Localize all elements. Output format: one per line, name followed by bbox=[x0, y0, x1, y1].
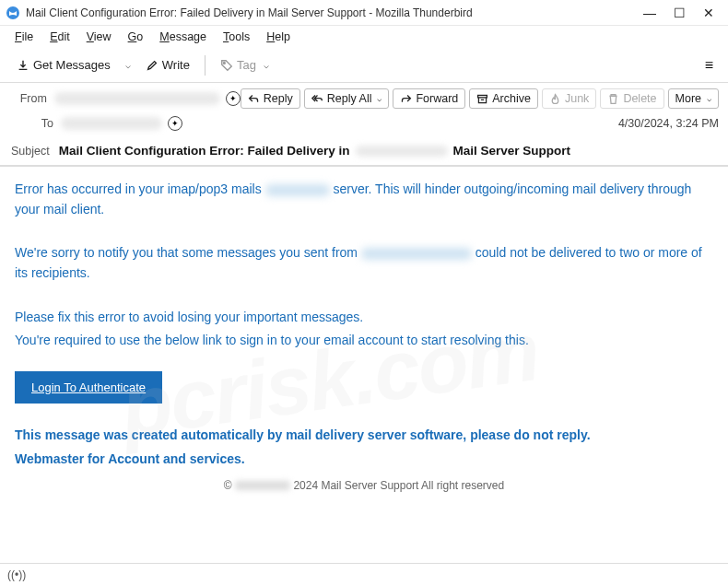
reply-icon bbox=[248, 93, 260, 105]
reply-all-button[interactable]: Reply All⌵ bbox=[304, 88, 390, 109]
window-controls: — ☐ ✕ bbox=[643, 6, 722, 19]
subject-redacted bbox=[356, 146, 448, 157]
redacted-sender bbox=[361, 248, 472, 260]
to-label: To bbox=[9, 117, 61, 130]
subject-prefix: Mail Client Configuration Error: Failed … bbox=[59, 144, 350, 158]
footer-line-2: Webmaster for Account and services. bbox=[15, 450, 713, 470]
archive-button[interactable]: Archive bbox=[469, 88, 538, 109]
menu-tools[interactable]: Tools bbox=[216, 29, 257, 45]
toolbar: Get Messages ⌵ Write Tag ⌵ ≡ bbox=[0, 48, 728, 83]
from-redacted bbox=[54, 92, 220, 105]
subject-row: Subject Mail Client Configuration Error:… bbox=[0, 136, 728, 166]
svg-point-1 bbox=[223, 62, 225, 64]
chevron-down-icon: ⌵ bbox=[377, 94, 382, 103]
redacted-server bbox=[265, 184, 330, 196]
forward-button[interactable]: Forward bbox=[393, 88, 465, 109]
contact-icon[interactable]: ✦ bbox=[226, 91, 241, 106]
archive-label: Archive bbox=[492, 92, 531, 105]
menubar: File Edit View Go Message Tools Help bbox=[0, 26, 728, 48]
delete-label: Delete bbox=[623, 92, 656, 105]
more-button[interactable]: More⌵ bbox=[668, 88, 719, 109]
menu-message[interactable]: Message bbox=[152, 29, 214, 45]
body-p2: We're sorry to notify you that some mess… bbox=[15, 243, 713, 283]
tag-label: Tag bbox=[237, 58, 256, 72]
from-label: From bbox=[9, 92, 54, 105]
subject-text: Mail Client Configuration Error: Failed … bbox=[59, 144, 570, 158]
menu-help[interactable]: Help bbox=[259, 29, 298, 45]
statusbar: ((•)) bbox=[0, 563, 728, 585]
message-date: 4/30/2024, 3:24 PM bbox=[618, 117, 719, 130]
tag-button[interactable]: Tag ⌵ bbox=[213, 54, 280, 76]
maximize-button[interactable]: ☐ bbox=[673, 6, 686, 19]
copyright: © 2024 Mail Server Support All right res… bbox=[15, 479, 713, 492]
menu-edit[interactable]: Edit bbox=[42, 29, 77, 45]
body-p4: You're required to use the below link to… bbox=[15, 331, 713, 351]
titlebar: Mail Client Configuration Error: Failed … bbox=[0, 0, 728, 26]
window-title: Mail Client Configuration Error: Failed … bbox=[26, 6, 643, 19]
forward-label: Forward bbox=[416, 92, 458, 105]
tag-icon bbox=[220, 59, 233, 72]
message-action-bar: Reply Reply All⌵ Forward Archive Junk De… bbox=[241, 88, 719, 109]
subject-suffix: Mail Server Support bbox=[453, 144, 571, 158]
menu-file[interactable]: File bbox=[7, 29, 41, 45]
reply-button[interactable]: Reply bbox=[241, 88, 300, 109]
message-body: pcrisk.com Error has occurred in your im… bbox=[0, 167, 728, 505]
reply-all-icon bbox=[311, 93, 323, 105]
toolbar-divider bbox=[205, 55, 205, 76]
reply-label: Reply bbox=[264, 92, 293, 105]
junk-label: Junk bbox=[565, 92, 589, 105]
copyright-text: 2024 Mail Server Support All right reser… bbox=[293, 479, 504, 492]
body-p3: Please fix this error to avoid losing yo… bbox=[15, 308, 713, 328]
login-button-label: Login To Authenticate bbox=[31, 380, 146, 394]
write-button[interactable]: Write bbox=[138, 54, 197, 76]
message-headers: From ✦ Reply Reply All⌵ Forward Archive … bbox=[0, 83, 728, 167]
from-value: ✦ bbox=[54, 91, 241, 106]
status-icon: ((•)) bbox=[7, 568, 26, 581]
flame-icon bbox=[549, 93, 561, 105]
from-row: From ✦ Reply Reply All⌵ Forward Archive … bbox=[0, 83, 728, 111]
to-row: To ✦ 4/30/2024, 3:24 PM bbox=[0, 111, 728, 136]
login-authenticate-button[interactable]: Login To Authenticate bbox=[15, 371, 162, 404]
download-icon bbox=[17, 59, 29, 72]
footer-line-1: This message was created automatically b… bbox=[15, 426, 713, 446]
app-menu-button[interactable]: ≡ bbox=[699, 53, 719, 77]
get-messages-dropdown[interactable]: ⌵ bbox=[122, 60, 135, 70]
close-button[interactable]: ✕ bbox=[702, 6, 715, 19]
redacted-company bbox=[235, 481, 290, 490]
pencil-icon bbox=[146, 59, 159, 72]
archive-icon bbox=[476, 93, 488, 105]
chevron-down-icon: ⌵ bbox=[707, 94, 711, 103]
body-p1: Error has occurred in your imap/pop3 mai… bbox=[15, 180, 713, 219]
to-redacted bbox=[61, 117, 162, 130]
write-label: Write bbox=[162, 58, 190, 72]
junk-button[interactable]: Junk bbox=[542, 88, 596, 109]
get-messages-button[interactable]: Get Messages bbox=[9, 54, 118, 76]
get-messages-label: Get Messages bbox=[33, 58, 111, 72]
contact-icon[interactable]: ✦ bbox=[168, 116, 182, 131]
trash-icon bbox=[607, 93, 619, 105]
menu-view[interactable]: View bbox=[79, 29, 119, 45]
thunderbird-icon bbox=[6, 6, 20, 20]
tag-dropdown-icon: ⌵ bbox=[260, 60, 273, 70]
delete-button[interactable]: Delete bbox=[600, 88, 663, 109]
more-label: More bbox=[675, 92, 701, 105]
menu-go[interactable]: Go bbox=[121, 29, 151, 45]
reply-all-label: Reply All bbox=[327, 92, 372, 105]
minimize-button[interactable]: — bbox=[643, 6, 656, 19]
to-value: ✦ bbox=[61, 116, 618, 131]
svg-rect-2 bbox=[478, 95, 487, 97]
subject-label: Subject bbox=[11, 145, 50, 158]
forward-icon bbox=[400, 93, 412, 105]
